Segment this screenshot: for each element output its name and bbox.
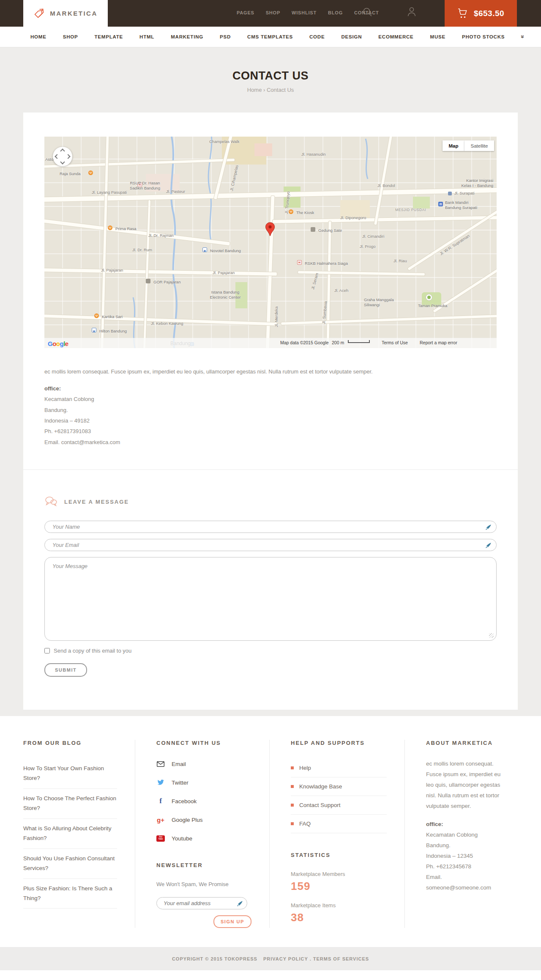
subnav-psd[interactable]: PSD (220, 34, 231, 39)
tag-logo-icon (33, 8, 45, 19)
pen-icon (237, 900, 243, 908)
brand-logo[interactable]: MARKETICA (23, 0, 108, 27)
twitter-icon (156, 780, 165, 786)
restaurant-poi-icon (289, 209, 293, 214)
map-label: Jl. Merdeka (274, 306, 279, 327)
map-label: Jl. Dr. Rum (132, 247, 152, 253)
nav-shop[interactable]: SHOP (266, 10, 280, 15)
chevron-double-down-icon[interactable]: » (520, 35, 527, 39)
map-label: RSKB Halmahera Siaga (305, 261, 348, 266)
map-pan-control[interactable] (53, 147, 72, 166)
connect-facebook-link[interactable]: f Facebook (156, 796, 251, 806)
subnav-marketing[interactable]: MARKETING (171, 34, 203, 39)
name-input[interactable] (44, 521, 497, 533)
pan-right-arrow[interactable] (66, 154, 70, 159)
subnav-template[interactable]: TEMPLATE (95, 34, 123, 39)
content-card: Champelas Walk Jl. Hasanudin Aston Raja … (23, 113, 518, 710)
stat-value: 159 (291, 880, 387, 893)
subnav-html[interactable]: HTML (139, 34, 154, 39)
signup-button[interactable]: SIGN UP (213, 915, 251, 928)
blog-link[interactable]: What is So Alluring About Celebrity Fash… (23, 819, 117, 849)
map-label: Jl. Riau (393, 258, 407, 264)
google-map[interactable]: Champelas Walk Jl. Hasanudin Aston Raja … (44, 137, 497, 348)
bullet-icon (291, 804, 294, 807)
stat-label: Marketplace Items (291, 902, 387, 909)
email-field-wrap (44, 539, 497, 551)
connect-googleplus-link[interactable]: g+ Google Plus (156, 815, 251, 825)
pan-left-arrow[interactable] (55, 154, 59, 159)
help-heading: HELP AND SUPPORTS (291, 740, 387, 746)
office-line: Kecamatan Coblong (44, 394, 497, 404)
office-label: office: (426, 819, 506, 830)
cart-button[interactable]: $653.50 (445, 0, 517, 27)
chat-bubbles-icon (44, 496, 57, 507)
subnav-code[interactable]: CODE (309, 34, 325, 39)
subnav-design[interactable]: DESIGN (341, 34, 362, 39)
breadcrumb-current: Contact Us (267, 87, 294, 93)
office-line: Bandung. (426, 840, 506, 851)
map-scale-bar (348, 340, 370, 343)
building-poi-icon (146, 279, 150, 283)
name-field-wrap (44, 521, 497, 533)
blog-link[interactable]: How To Choose The Perfect Fashion Store? (23, 789, 117, 819)
subnav-shop[interactable]: SHOP (63, 34, 78, 39)
about-heading: ABOUT MARKETICA (426, 740, 506, 746)
map-label: Jl. Layang Pasupati (92, 190, 127, 195)
pan-up-arrow[interactable] (60, 148, 65, 153)
connect-email-link[interactable]: Email (156, 759, 251, 769)
map-label: Bank Mandiri Bandung Surapati (445, 200, 477, 210)
send-copy-checkbox[interactable] (44, 648, 50, 653)
nav-blog[interactable]: BLOG (328, 10, 343, 15)
building-poi-icon (311, 227, 315, 232)
subnav-muse[interactable]: MUSE (430, 34, 445, 39)
map-label: Istana Bandung Electronic Center (200, 290, 251, 300)
map-type-satellite-button[interactable]: Satellite (464, 140, 494, 151)
restaurant-poi-icon (88, 170, 93, 175)
hospital-poi-icon (297, 260, 302, 265)
about-text: ec mollis lorem consequat. Fusce ipsum e… (426, 759, 506, 812)
map-label: Hilton Bandung (99, 329, 127, 334)
subnav-ecommerce[interactable]: ECOMMERCE (378, 34, 413, 39)
map-scale-label: 200 m (332, 340, 344, 345)
connect-twitter-link[interactable]: Twitter (156, 777, 251, 788)
subnav-cms-templates[interactable]: CMS TEMPLATES (247, 34, 293, 39)
message-textarea[interactable] (44, 557, 497, 641)
help-link[interactable]: Help (291, 759, 387, 777)
legal-links[interactable]: PRIVACY POLICY . TERMS OF SERVICES (263, 956, 369, 961)
terms-of-use-link[interactable]: Terms of Use (382, 340, 408, 345)
nav-wishlist[interactable]: WISHLIST (292, 10, 317, 15)
page-title: CONTACT US (0, 69, 541, 82)
send-copy-label: Send a copy of this email to you (54, 648, 131, 654)
newsletter-email-input[interactable] (156, 897, 247, 909)
blog-link[interactable]: How To Start Your Own Fashion Store? (23, 759, 117, 789)
blog-link[interactable]: Plus Size Fashion: Is There Such a Thing… (23, 879, 117, 909)
connect-heading: CONNECT WITH US (156, 740, 251, 746)
report-map-error-link[interactable]: Report a map error (420, 340, 457, 345)
help-link[interactable]: FAQ (291, 815, 387, 833)
google-logo: Google (48, 340, 68, 347)
breadcrumb-home[interactable]: Home (247, 87, 262, 93)
connect-youtube-link[interactable]: Youtube (156, 833, 251, 843)
map-label: Champelas Walk (209, 139, 239, 144)
user-account-icon[interactable] (407, 7, 416, 18)
subnav-photo-stocks[interactable]: PHOTO STOCKS (462, 34, 505, 39)
copyright-text: COPYRIGHT © 2015 TOKOPRESS (172, 956, 257, 961)
help-link[interactable]: Contact Support (291, 796, 387, 815)
email-input[interactable] (44, 539, 497, 551)
map-type-map-button[interactable]: Map (443, 140, 464, 151)
page-hero: CONTACT US Home › Contact Us (0, 47, 541, 93)
pan-down-arrow[interactable] (60, 159, 65, 164)
category-nav: HOME SHOP TEMPLATE HTML MARKETING PSD CM… (0, 27, 541, 47)
map-label: Jl. Pajajaran (101, 268, 123, 273)
map-pin-marker[interactable] (265, 222, 275, 238)
subnav-home[interactable]: HOME (30, 34, 46, 39)
blog-link[interactable]: Should You Use Fashion Consultant Servic… (23, 849, 117, 879)
bullet-icon (291, 822, 294, 825)
search-icon[interactable] (363, 7, 372, 18)
submit-button[interactable]: SUBMIT (44, 663, 87, 677)
map-label: Jl. Progo (360, 244, 376, 249)
nav-pages[interactable]: PAGES (237, 10, 254, 15)
help-link[interactable]: Knowladge Base (291, 777, 387, 796)
office-line: Email. someone@someone.com (426, 872, 506, 893)
office-line: Ph. +62817391083 (44, 426, 497, 436)
